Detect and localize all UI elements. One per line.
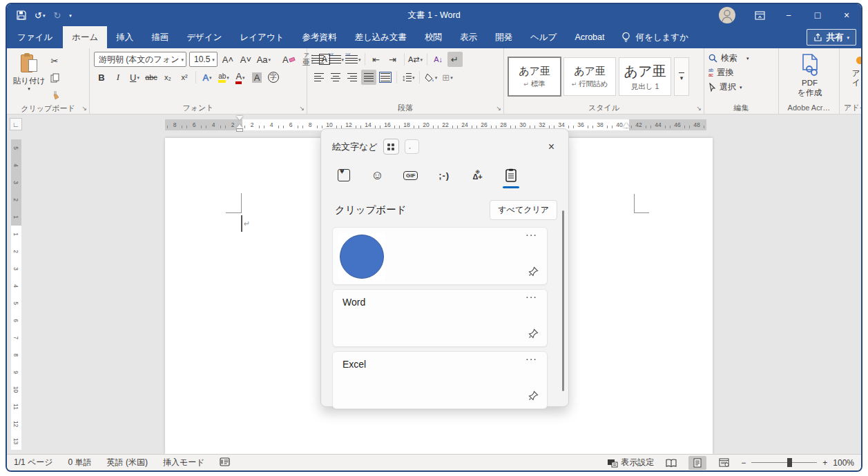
clear-formatting-button[interactable]: A <box>281 52 296 67</box>
dot-button[interactable]: 。 <box>405 139 419 154</box>
borders-button[interactable]: ⊞▾ <box>440 70 455 85</box>
text-effects-button[interactable]: A▾ <box>200 70 215 85</box>
decrease-indent-button[interactable]: ⇤ <box>369 52 384 67</box>
clipboard-item-image[interactable]: ··· <box>332 227 548 285</box>
language-indicator[interactable]: 英語 (米国) <box>107 457 148 468</box>
shrink-font-button[interactable]: A˅ <box>238 52 253 67</box>
highlight-button[interactable]: ab▾ <box>216 70 231 85</box>
print-layout-button[interactable] <box>688 456 706 470</box>
font-name-combo[interactable]: 游明朝 (本文のフォン ▾ <box>94 52 186 67</box>
item-pin-icon[interactable] <box>528 266 539 279</box>
format-painter-button[interactable] <box>47 88 62 103</box>
italic-button[interactable]: I <box>110 70 126 85</box>
justify-button[interactable] <box>361 70 376 85</box>
ribbon-tab[interactable]: デザイン <box>177 26 231 48</box>
increase-indent-button[interactable]: ⇥ <box>385 52 401 67</box>
change-case-button[interactable]: Aa▾ <box>256 52 271 67</box>
tab-home-selected[interactable]: ホーム <box>63 26 107 48</box>
ribbon-tab[interactable]: Acrobat <box>566 26 613 48</box>
subscript-button[interactable]: x₂ <box>160 70 175 85</box>
numbering-button[interactable]: ▾ <box>329 52 345 67</box>
account-avatar[interactable] <box>719 7 735 23</box>
addins-button[interactable]: アド イン <box>844 52 862 101</box>
multilevel-list-button[interactable]: ▾ <box>345 52 361 67</box>
align-left-button[interactable] <box>311 70 327 85</box>
ribbon-tab[interactable]: 差し込み文書 <box>345 26 416 48</box>
style-heading1[interactable]: あア亜 見出し 1 <box>619 57 671 96</box>
tab-gif[interactable]: GIF <box>402 171 420 180</box>
ribbon-tab[interactable]: 参考資料 <box>293 26 345 48</box>
item-more-icon[interactable]: ··· <box>525 291 537 302</box>
hanging-indent-marker[interactable] <box>236 124 243 128</box>
grid-view-button[interactable] <box>383 139 399 155</box>
styles-more-button[interactable]: ▾ <box>674 57 689 96</box>
left-indent-marker[interactable] <box>236 128 243 132</box>
share-button[interactable]: 共有 ▾ <box>807 29 856 46</box>
ribbon-tab[interactable]: 表示 <box>451 26 486 48</box>
line-spacing-button[interactable]: ↕▾ <box>401 70 416 85</box>
ribbon-tab[interactable]: レイアウト <box>231 26 293 48</box>
paragraph-dialog-launcher[interactable]: ↘ <box>496 105 501 112</box>
bold-button[interactable]: B <box>94 70 109 85</box>
clipboard-item-word[interactable]: Word ··· <box>332 289 548 347</box>
sort-button[interactable]: A↓ <box>431 52 446 67</box>
replace-button[interactable]: abac 置換 <box>708 67 749 79</box>
cut-button[interactable]: ✂ <box>47 53 62 68</box>
zoom-level[interactable]: 100% <box>833 458 854 468</box>
item-pin-icon[interactable] <box>528 390 539 403</box>
item-more-icon[interactable]: ··· <box>525 229 537 240</box>
tab-stop-selector[interactable]: ∟ <box>10 118 22 130</box>
word-count[interactable]: 0 単語 <box>68 457 92 468</box>
clipboard-dialog-launcher[interactable]: ↘ <box>81 105 87 112</box>
shading-button[interactable]: ▾ <box>423 70 438 85</box>
underline-button[interactable]: U▾ <box>127 70 142 85</box>
superscript-button[interactable]: x² <box>177 70 192 85</box>
copy-button[interactable] <box>47 70 62 86</box>
enclose-characters-button[interactable]: 字 <box>266 70 281 85</box>
clear-all-button[interactable]: すべてクリア <box>490 200 557 220</box>
tab-kaomoji[interactable]: ;-) <box>435 170 453 181</box>
zoom-out-button[interactable]: − <box>741 458 746 468</box>
character-shading-button[interactable]: A <box>249 70 264 85</box>
style-no-spacing[interactable]: あア亜 ↵ 行間詰め <box>563 57 616 96</box>
grow-font-button[interactable]: A˄ <box>220 52 235 67</box>
paste-button[interactable]: 貼り付け ▾ <box>11 52 47 103</box>
bullets-button[interactable]: ▾ <box>311 52 327 67</box>
ribbon-tab[interactable]: 描画 <box>142 26 177 48</box>
ribbon-tab[interactable]: ヘルプ <box>521 26 566 48</box>
find-button[interactable]: 検索 ▾ <box>708 52 749 64</box>
insert-mode-indicator[interactable]: 挿入モード <box>163 457 205 468</box>
style-normal[interactable]: あア亜 ↵ 標準 <box>508 57 561 96</box>
tab-recent[interactable]: ♥ <box>335 169 353 181</box>
indent-markers[interactable] <box>236 116 244 134</box>
page-indicator[interactable]: 1/1 ページ <box>14 457 53 468</box>
panel-scrollbar[interactable] <box>562 210 564 391</box>
tab-clipboard-selected[interactable] <box>502 168 520 182</box>
zoom-in-button[interactable]: + <box>822 458 827 468</box>
styles-dialog-launcher[interactable]: ↘ <box>696 105 702 112</box>
item-more-icon[interactable]: ··· <box>525 353 537 364</box>
font-size-combo[interactable]: 10.5 ▾ <box>189 52 218 67</box>
right-indent-marker[interactable] <box>623 123 630 128</box>
read-mode-button[interactable] <box>662 456 680 470</box>
align-right-button[interactable] <box>345 70 360 85</box>
zoom-slider-thumb[interactable] <box>787 458 792 467</box>
font-dialog-launcher[interactable]: ↘ <box>299 105 305 112</box>
display-settings-button[interactable]: 表示設定 <box>607 457 654 468</box>
ime-status-icon[interactable] <box>220 457 230 468</box>
item-pin-icon[interactable] <box>528 328 539 341</box>
ribbon-tab[interactable]: 校閲 <box>416 26 451 48</box>
font-color-button[interactable]: A▾ <box>233 70 248 85</box>
strikethrough-button[interactable]: abc <box>144 70 159 85</box>
tab-symbols[interactable]: ※Δ+ <box>469 170 487 180</box>
clipboard-item-excel[interactable]: Excel ··· <box>332 351 548 409</box>
panel-close-icon[interactable]: × <box>546 141 557 153</box>
create-pdf-button[interactable]: PDF を作成 <box>783 52 836 101</box>
select-button[interactable]: 選択 ▾ <box>708 81 749 93</box>
web-layout-button[interactable] <box>715 456 733 470</box>
tell-me-box[interactable]: 何をしますか <box>613 26 696 48</box>
align-center-button[interactable] <box>328 70 343 85</box>
first-line-indent-marker[interactable] <box>236 116 243 120</box>
show-formatting-marks-button[interactable]: ↵ <box>447 52 463 67</box>
zoom-slider[interactable] <box>751 462 817 463</box>
